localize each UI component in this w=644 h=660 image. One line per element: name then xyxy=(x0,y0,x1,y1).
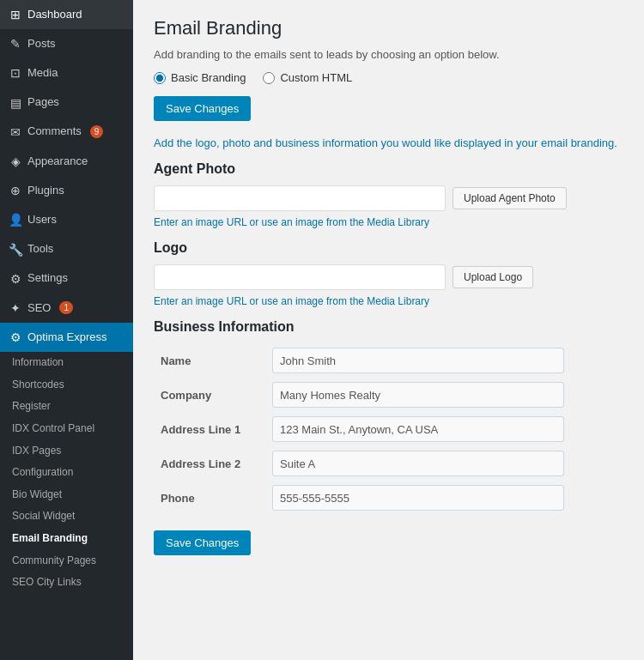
table-row: Address Line 1 xyxy=(154,412,623,446)
address2-field[interactable] xyxy=(272,451,564,476)
logo-section: Logo Upload Logo Enter an image URL or u… xyxy=(154,240,623,307)
business-info-table: NameCompanyAddress Line 1Address Line 2P… xyxy=(154,343,623,515)
sidebar-item-comments[interactable]: ✉Comments9 xyxy=(0,118,133,147)
sidebar-item-appearance[interactable]: ◈Appearance xyxy=(0,147,133,176)
address1-field[interactable] xyxy=(272,416,564,442)
basic-branding-option[interactable]: Basic Branding xyxy=(154,71,246,84)
seo-badge: 1 xyxy=(59,301,73,314)
sidebar-label-tools: Tools xyxy=(27,242,53,257)
sidebar-item-posts[interactable]: ✎Posts xyxy=(0,29,133,58)
upload-agent-photo-button[interactable]: Upload Agent Photo xyxy=(453,187,567,209)
table-row: Address Line 2 xyxy=(154,446,623,481)
agent-photo-section: Agent Photo Upload Agent Photo Enter an … xyxy=(154,161,623,228)
sidebar-label-configuration: Configuration xyxy=(12,466,73,480)
basic-branding-radio[interactable] xyxy=(154,72,166,84)
sidebar-label-settings: Settings xyxy=(27,271,68,286)
settings-icon: ⚙ xyxy=(9,271,22,287)
pages-icon: ▤ xyxy=(9,95,22,111)
users-icon: 👤 xyxy=(9,212,22,227)
sidebar-label-posts: Posts xyxy=(27,37,56,51)
sidebar-item-bio-widget[interactable]: Bio Widget xyxy=(0,484,133,506)
sidebar-label-idx-control-panel: IDX Control Panel xyxy=(12,422,94,436)
phone-field-label: Phone xyxy=(154,481,265,515)
main-content: Email Branding Add branding to the email… xyxy=(133,0,644,660)
sidebar-item-social-widget[interactable]: Social Widget xyxy=(0,506,133,528)
custom-html-option[interactable]: Custom HTML xyxy=(263,71,352,84)
sidebar-label-dashboard: Dashboard xyxy=(27,8,82,22)
main-description: Add branding to the emails sent to leads… xyxy=(154,48,623,61)
logo-title: Logo xyxy=(154,240,623,256)
name-field-label: Name xyxy=(154,343,265,378)
agent-photo-field-row: Upload Agent Photo xyxy=(154,185,623,211)
sidebar-label-register: Register xyxy=(12,400,51,414)
address1-field-label: Address Line 1 xyxy=(154,412,265,446)
logo-hint: Enter an image URL or use an image from … xyxy=(154,295,623,307)
sidebar-label-seo: SEO xyxy=(27,301,51,316)
agent-photo-hint: Enter an image URL or use an image from … xyxy=(154,216,623,228)
sidebar-item-seo-city-links[interactable]: SEO City Links xyxy=(0,572,133,594)
upload-logo-button[interactable]: Upload Logo xyxy=(453,266,533,288)
table-row: Company xyxy=(154,378,623,412)
table-row: Name xyxy=(154,343,623,378)
sidebar-label-shortcodes: Shortcodes xyxy=(12,378,64,392)
basic-branding-label: Basic Branding xyxy=(171,71,246,84)
sidebar-item-tools[interactable]: 🔧Tools xyxy=(0,235,133,264)
agent-photo-title: Agent Photo xyxy=(154,161,623,177)
sidebar-label-social-widget: Social Widget xyxy=(12,510,75,524)
sidebar: ⊞Dashboard✎Posts⊡Media▤Pages✉Comments9◈A… xyxy=(0,0,133,660)
save-bottom-container: Save Changes xyxy=(154,530,623,555)
sidebar-label-media: Media xyxy=(27,66,58,81)
sidebar-label-comments: Comments xyxy=(27,124,82,139)
branding-radio-group: Basic Branding Custom HTML xyxy=(154,71,623,84)
sidebar-label-seo-city-links: SEO City Links xyxy=(12,576,82,590)
sidebar-item-seo[interactable]: ✦SEO1 xyxy=(0,294,133,323)
name-field[interactable] xyxy=(272,348,564,373)
table-row: Phone xyxy=(154,481,623,515)
seo-icon: ✦ xyxy=(9,300,22,316)
business-info-section: Business Information NameCompanyAddress … xyxy=(154,319,623,515)
sidebar-item-information[interactable]: Information xyxy=(0,352,133,374)
sidebar-item-settings[interactable]: ⚙Settings xyxy=(0,264,133,294)
logo-input[interactable] xyxy=(154,264,446,290)
save-changes-bottom-button[interactable]: Save Changes xyxy=(154,530,251,555)
posts-icon: ✎ xyxy=(9,36,22,51)
sidebar-label-idx-pages: IDX Pages xyxy=(12,445,61,458)
sidebar-item-dashboard[interactable]: ⊞Dashboard xyxy=(0,0,133,29)
dashboard-icon: ⊞ xyxy=(9,7,22,22)
page-title: Email Branding xyxy=(154,17,623,39)
sidebar-label-plugins: Plugins xyxy=(27,184,64,198)
sidebar-item-community-pages[interactable]: Community Pages xyxy=(0,550,133,572)
sidebar-label-email-branding: Email Branding xyxy=(12,532,88,546)
sidebar-label-users: Users xyxy=(27,213,57,227)
sidebar-item-email-branding[interactable]: Email Branding xyxy=(0,528,133,550)
company-field-label: Company xyxy=(154,378,265,412)
comments-badge: 9 xyxy=(90,125,104,138)
sidebar-label-information: Information xyxy=(12,356,64,370)
address2-field-label: Address Line 2 xyxy=(154,446,265,481)
sidebar-label-pages: Pages xyxy=(27,95,59,110)
section-description: Add the logo, photo and business informa… xyxy=(154,136,623,149)
sidebar-item-users[interactable]: 👤Users xyxy=(0,205,133,234)
sidebar-item-configuration[interactable]: Configuration xyxy=(0,462,133,484)
sidebar-item-register[interactable]: Register xyxy=(0,396,133,418)
sidebar-label-optima-express: Optima Express xyxy=(27,330,106,345)
sidebar-item-idx-pages[interactable]: IDX Pages xyxy=(0,440,133,463)
phone-field[interactable] xyxy=(272,485,564,511)
sidebar-item-optima-express[interactable]: ⚙Optima Express xyxy=(0,323,133,352)
sidebar-item-shortcodes[interactable]: Shortcodes xyxy=(0,374,133,397)
save-changes-top-button[interactable]: Save Changes xyxy=(154,96,251,121)
comments-icon: ✉ xyxy=(9,124,22,140)
sidebar-item-media[interactable]: ⊡Media xyxy=(0,58,133,88)
tools-icon: 🔧 xyxy=(9,242,22,257)
company-field[interactable] xyxy=(272,382,564,408)
custom-html-radio[interactable] xyxy=(263,72,275,84)
sidebar-item-plugins[interactable]: ⊕Plugins xyxy=(0,176,133,205)
sidebar-label-community-pages: Community Pages xyxy=(12,554,96,568)
sidebar-item-idx-control-panel[interactable]: IDX Control Panel xyxy=(0,418,133,440)
media-icon: ⊡ xyxy=(9,65,22,81)
appearance-icon: ◈ xyxy=(9,154,22,169)
sidebar-item-pages[interactable]: ▤Pages xyxy=(0,88,133,118)
sidebar-label-bio-widget: Bio Widget xyxy=(12,488,62,502)
agent-photo-input[interactable] xyxy=(154,185,446,211)
custom-html-label: Custom HTML xyxy=(280,71,352,84)
